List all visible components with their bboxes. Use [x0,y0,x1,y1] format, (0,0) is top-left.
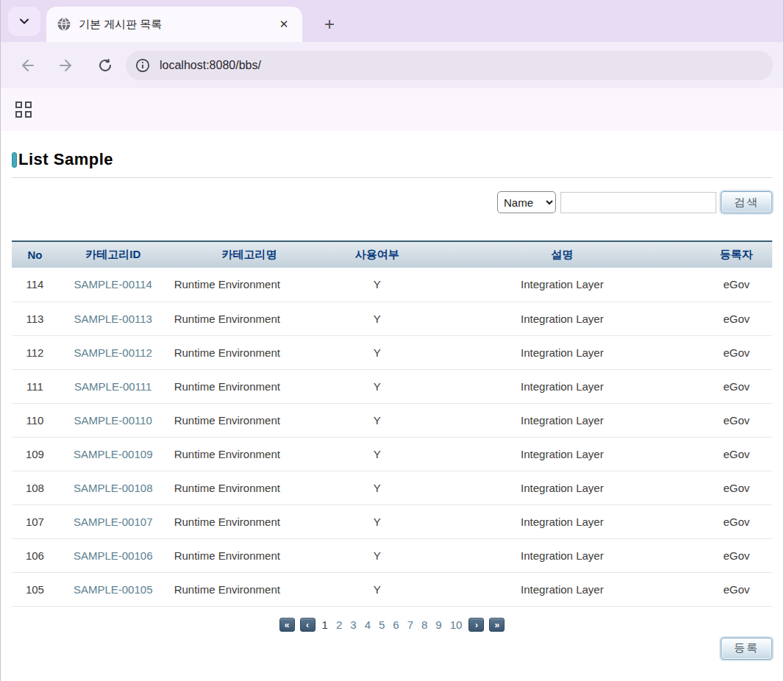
bookmarks-bar [1,88,783,131]
apps-grid-icon[interactable] [15,101,32,118]
back-button[interactable] [17,55,38,76]
cell-no: 106 [12,538,58,572]
cell-no: 107 [12,504,58,538]
category-id-link[interactable]: SAMPLE-00106 [74,549,153,562]
category-id-link[interactable]: SAMPLE-00111 [74,380,152,393]
pagination-last-button[interactable]: » [489,618,505,632]
cell-category_name: Runtime Environment [168,471,331,504]
cell-registrant: eGov [701,538,772,572]
tab-close-icon[interactable]: ✕ [276,16,292,32]
cell-description: Integration Layer [424,369,701,403]
table-row: 109SAMPLE-00109Runtime EnvironmentYInteg… [12,437,772,471]
column-header: 카테고리명 [168,241,331,268]
pagination-page-link[interactable]: 2 [335,618,343,631]
cell-category_id: SAMPLE-00107 [58,504,168,538]
search-input[interactable] [560,192,716,213]
cell-description: Integration Layer [424,403,701,437]
pagination-prev-button[interactable]: ‹ [300,618,316,632]
category-id-link[interactable]: SAMPLE-00107 [74,516,153,528]
category-id-link[interactable]: SAMPLE-00113 [74,313,152,325]
site-info-icon[interactable] [135,57,151,74]
pagination-next-button[interactable]: › [468,618,484,632]
page-title: List Sample [18,150,113,169]
table-row: 111SAMPLE-00111Runtime EnvironmentYInteg… [12,369,772,403]
column-header: 설명 [424,241,701,268]
cell-category_id: SAMPLE-00113 [58,302,168,335]
pagination-page-link[interactable]: 3 [349,618,357,631]
cell-description: Integration Layer [424,504,701,538]
cell-category_name: Runtime Environment [168,403,331,437]
cell-registrant: eGov [701,403,772,437]
cell-no: 113 [12,302,58,335]
cell-no: 105 [12,572,58,606]
chevron-down-icon [18,15,30,27]
active-tab[interactable]: 기본 게시판 목록 ✕ [46,7,302,42]
cell-use_yn: Y [330,302,424,335]
cell-description: Integration Layer [424,268,701,302]
cell-no: 111 [12,369,58,403]
new-tab-button[interactable]: + [317,12,342,37]
cell-description: Integration Layer [424,335,701,369]
browser-toolbar: localhost:8080/bbs/ [1,42,783,88]
cell-category_name: Runtime Environment [168,335,331,369]
cell-description: Integration Layer [424,437,701,471]
pagination-page-link[interactable]: 5 [377,618,386,631]
pagination-first-button[interactable]: « [279,618,295,632]
cell-use_yn: Y [330,572,424,606]
cell-use_yn: Y [330,335,424,369]
page-title-row: List Sample [12,131,772,169]
cell-use_yn: Y [330,504,424,538]
table-row: 107SAMPLE-00107Runtime EnvironmentYInteg… [12,504,772,538]
browser-window: 기본 게시판 목록 ✕ + [0,0,784,681]
tab-title: 기본 게시판 목록 [79,18,268,32]
cell-use_yn: Y [330,403,424,437]
globe-icon [57,17,71,32]
cell-no: 108 [12,471,58,504]
category-id-link[interactable]: SAMPLE-00110 [74,414,152,427]
cell-use_yn: Y [330,437,424,471]
cell-category_id: SAMPLE-00114 [58,268,168,302]
cell-use_yn: Y [330,268,424,302]
cell-category_name: Runtime Environment [168,538,331,572]
reload-button[interactable] [95,55,115,76]
board-table-header: No카테고리ID카테고리명사용여부설명등록자 [12,241,772,268]
pagination-page-current: 1 [321,618,329,631]
category-id-link[interactable]: SAMPLE-00108 [74,482,153,494]
pagination-page-link[interactable]: 8 [420,618,429,631]
cell-registrant: eGov [701,268,772,302]
pagination: «‹12345678910›» [12,617,772,633]
address-bar[interactable]: localhost:8080/bbs/ [126,51,773,80]
reload-icon [97,57,113,74]
search-button[interactable]: 검색 [721,191,772,213]
column-header: 등록자 [701,241,772,268]
pagination-page-link[interactable]: 10 [449,618,464,631]
pagination-page-link[interactable]: 9 [434,618,443,631]
category-id-link[interactable]: SAMPLE-00112 [74,346,152,359]
cell-category_name: Runtime Environment [168,369,331,403]
cell-category_name: Runtime Environment [168,572,331,606]
pagination-page-link[interactable]: 4 [363,618,372,631]
cell-use_yn: Y [330,471,424,504]
cell-registrant: eGov [701,572,772,606]
cell-description: Integration Layer [424,302,701,335]
cell-no: 112 [12,335,58,369]
register-button[interactable]: 등록 [721,638,772,660]
cell-category_name: Runtime Environment [168,268,331,302]
cell-registrant: eGov [701,437,772,471]
search-field-select[interactable]: Name [497,191,556,213]
category-id-link[interactable]: SAMPLE-00109 [74,448,153,460]
tab-search-button[interactable] [8,7,40,36]
cell-category_id: SAMPLE-00110 [58,403,168,437]
cell-use_yn: Y [330,538,424,572]
cell-category_name: Runtime Environment [168,504,331,538]
table-row: 110SAMPLE-00110Runtime EnvironmentYInteg… [12,403,772,437]
table-row: 106SAMPLE-00106Runtime EnvironmentYInteg… [12,538,772,572]
forward-button[interactable] [56,55,76,76]
page-content: List Sample Name 검색 No카테고리ID카테고리명사용여부설명등… [1,131,783,681]
pagination-page-link[interactable]: 7 [406,618,415,631]
category-id-link[interactable]: SAMPLE-00105 [74,583,153,596]
category-id-link[interactable]: SAMPLE-00114 [74,278,152,290]
cell-no: 114 [12,268,58,302]
cell-description: Integration Layer [424,538,701,572]
pagination-page-link[interactable]: 6 [391,618,400,631]
